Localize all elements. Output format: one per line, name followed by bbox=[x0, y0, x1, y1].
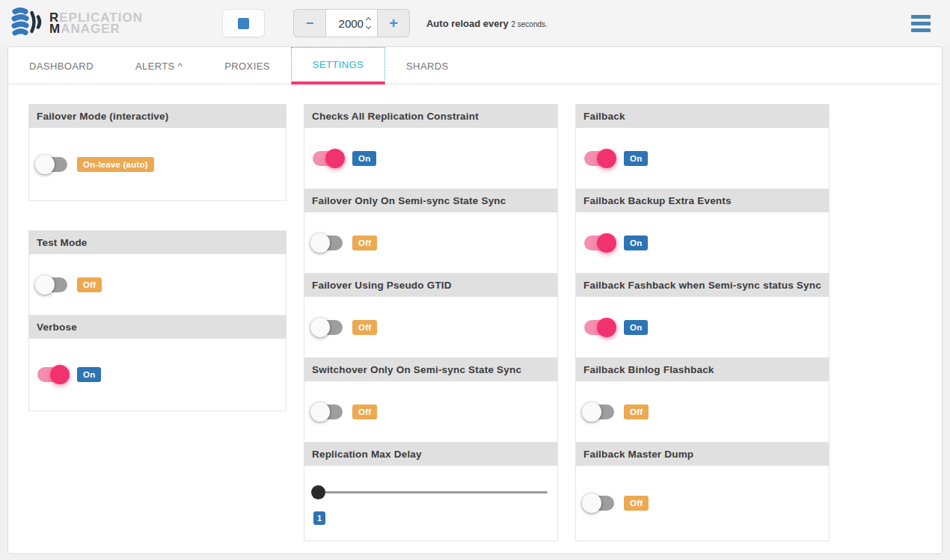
toggle-knob bbox=[325, 149, 345, 168]
failback-toggle[interactable] bbox=[584, 150, 614, 167]
interval-increase-button[interactable]: + bbox=[378, 9, 410, 37]
stop-icon bbox=[238, 18, 249, 29]
toggle-knob bbox=[582, 493, 601, 513]
panel-title: Failback Binlog Flashback bbox=[576, 358, 829, 381]
panel-title: Failover Only On Semi-sync State Sync bbox=[304, 189, 557, 212]
app-logo: REPLICATION MANAGER bbox=[10, 7, 143, 40]
status-badge: On bbox=[352, 151, 376, 166]
status-badge: Off bbox=[624, 496, 649, 511]
failover-pseudo-gtid-toggle[interactable] bbox=[313, 319, 343, 336]
checks-all-replication-constraint-toggle[interactable] bbox=[313, 150, 343, 167]
stop-reload-button[interactable] bbox=[222, 9, 265, 37]
tab-alerts[interactable]: ALERTS ^ bbox=[114, 47, 203, 84]
tab-settings[interactable]: SETTINGS bbox=[291, 47, 385, 84]
panel-checks-all-replication-constraint: Checks All Replication Constraint On bbox=[304, 104, 558, 189]
panel-title: Failover Mode (interactive) bbox=[29, 105, 286, 128]
panel-failover-pseudo-gtid: Failover Using Pseudo GTID Off bbox=[304, 273, 558, 358]
status-badge: Off bbox=[352, 236, 377, 250]
panel-title: Switchover Only On Semi-sync State Sync bbox=[304, 358, 557, 381]
verbose-toggle[interactable] bbox=[37, 366, 67, 383]
status-badge: On bbox=[624, 320, 648, 335]
panel-title: Test Mode bbox=[29, 231, 286, 254]
failback-flashback-semisync-toggle[interactable] bbox=[584, 319, 614, 336]
toggle-knob bbox=[50, 365, 70, 384]
toggle-knob bbox=[35, 155, 55, 174]
status-badge: Off bbox=[624, 404, 649, 419]
settings-column-1: Failover Mode (interactive) On-leave (au… bbox=[28, 104, 286, 411]
tab-proxies[interactable]: PROXIES bbox=[203, 47, 291, 84]
panel-title: Failover Using Pseudo GTID bbox=[304, 274, 557, 297]
status-badge: On bbox=[624, 151, 648, 166]
interval-decrease-button[interactable]: − bbox=[293, 9, 325, 37]
panel-failover-mode: Failover Mode (interactive) On-leave (au… bbox=[28, 104, 286, 201]
logo-line2-initial: M bbox=[49, 22, 61, 36]
panel-title: Failback Backup Extra Events bbox=[576, 189, 829, 212]
interval-field-wrap bbox=[325, 9, 378, 37]
auto-reload-interval: 2 seconds. bbox=[511, 20, 547, 28]
panel-title: Failback Master Dump bbox=[576, 443, 829, 466]
settings-column-2: Checks All Replication Constraint On Fai… bbox=[304, 104, 558, 541]
tab-bar: DASHBOARD ALERTS ^ PROXIES SETTINGS SHAR… bbox=[8, 47, 942, 84]
reload-interval-group: − + bbox=[293, 9, 410, 37]
toggle-knob bbox=[597, 318, 616, 337]
status-badge: Off bbox=[352, 404, 377, 419]
slider-knob[interactable] bbox=[311, 485, 325, 499]
slider-track bbox=[314, 491, 548, 493]
panel-title: Replication Max Delay bbox=[304, 443, 557, 466]
tab-shards[interactable]: SHARDS bbox=[385, 47, 470, 84]
panel-failback-backup-extra-events: Failback Backup Extra Events On bbox=[575, 188, 830, 274]
panel-replication-max-delay: Replication Max Delay 1 bbox=[304, 442, 558, 541]
test-mode-toggle[interactable] bbox=[37, 277, 67, 293]
logo-line2-rest: ANAGER bbox=[61, 22, 120, 36]
panel-title: Failback Fashback when Semi-sync status … bbox=[576, 274, 829, 297]
status-badge: Off bbox=[77, 277, 102, 292]
auto-reload-text: Auto reload every bbox=[426, 18, 509, 29]
toggle-knob bbox=[597, 149, 616, 168]
toggle-knob bbox=[310, 402, 330, 422]
panel-switchover-only-semisync: Switchover Only On Semi-sync State Sync … bbox=[304, 357, 558, 443]
app-header: REPLICATION MANAGER − + Auto reload ever… bbox=[0, 0, 950, 46]
switchover-only-semisync-toggle[interactable] bbox=[313, 404, 343, 420]
failover-only-semisync-toggle[interactable] bbox=[313, 235, 343, 251]
failover-mode-toggle[interactable] bbox=[37, 156, 67, 173]
interval-input[interactable] bbox=[331, 17, 364, 30]
failback-backup-extra-events-toggle[interactable] bbox=[584, 235, 614, 251]
status-badge: On bbox=[77, 367, 101, 382]
auto-reload-status: Auto reload every 2 seconds. bbox=[426, 18, 548, 29]
failback-master-dump-toggle[interactable] bbox=[584, 495, 614, 511]
logo-wordmark: REPLICATION MANAGER bbox=[49, 12, 143, 34]
status-badge: On bbox=[624, 236, 648, 250]
panel-failover-only-semisync: Failover Only On Semi-sync State Sync Of… bbox=[304, 188, 558, 274]
main-card: DASHBOARD ALERTS ^ PROXIES SETTINGS SHAR… bbox=[7, 46, 943, 554]
toggle-knob bbox=[35, 275, 55, 295]
slider-value-badge: 1 bbox=[313, 511, 325, 525]
panel-verbose: Verbose On bbox=[28, 315, 286, 411]
toggle-knob bbox=[582, 402, 601, 422]
panel-failback-master-dump: Failback Master Dump Off bbox=[575, 442, 830, 541]
number-spinner-icon[interactable] bbox=[364, 18, 373, 28]
tab-dashboard[interactable]: DASHBOARD bbox=[8, 47, 114, 84]
panel-failback-flashback-semisync: Failback Fashback when Semi-sync status … bbox=[575, 273, 830, 358]
toggle-knob bbox=[310, 318, 330, 337]
replication-manager-icon bbox=[10, 7, 45, 40]
status-badge: On-leave (auto) bbox=[77, 157, 154, 172]
panel-title: Failback bbox=[576, 105, 829, 128]
failback-binlog-flashback-toggle[interactable] bbox=[584, 404, 614, 420]
panel-failback-binlog-flashback: Failback Binlog Flashback Off bbox=[575, 357, 830, 443]
replication-max-delay-slider[interactable] bbox=[313, 485, 549, 499]
panel-test-mode: Test Mode Off bbox=[28, 230, 286, 316]
settings-content: Failover Mode (interactive) On-leave (au… bbox=[8, 84, 942, 553]
menu-icon[interactable] bbox=[911, 12, 931, 35]
panel-failback: Failback On bbox=[575, 104, 830, 189]
panel-title: Checks All Replication Constraint bbox=[304, 105, 557, 128]
toggle-knob bbox=[310, 233, 330, 253]
settings-column-3: Failback On Failback Backup Extra Events bbox=[575, 104, 830, 541]
panel-title: Verbose bbox=[29, 316, 286, 339]
status-badge: Off bbox=[352, 320, 377, 335]
toggle-knob bbox=[597, 233, 616, 253]
